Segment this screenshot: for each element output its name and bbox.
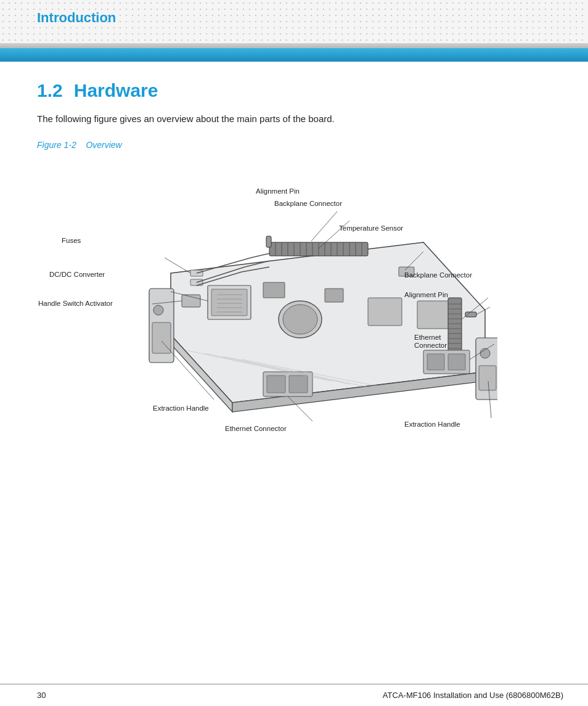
- section-heading: Hardware: [74, 80, 158, 101]
- svg-rect-8: [479, 366, 496, 390]
- diagram-container: .board-line { stroke: #333; stroke-width…: [37, 162, 551, 507]
- svg-rect-56: [427, 354, 444, 370]
- section-title-row: 1.2 Hardware: [37, 80, 551, 101]
- page-title: Introduction: [37, 10, 116, 25]
- svg-rect-35: [263, 282, 285, 298]
- figure-caption: Figure 1-2 Overview: [37, 140, 551, 150]
- figure-label: Figure 1-2: [37, 140, 76, 150]
- svg-point-4: [153, 305, 163, 315]
- footer: 30 ATCA-MF106 Installation and Use (6806…: [0, 684, 588, 706]
- svg-line-67: [165, 258, 190, 273]
- svg-rect-36: [325, 289, 343, 302]
- svg-rect-51: [465, 312, 476, 317]
- label-temperature-sensor: Temperature Sensor: [339, 224, 403, 233]
- svg-line-65: [311, 211, 337, 241]
- svg-point-34: [283, 305, 317, 334]
- svg-rect-5: [152, 322, 171, 353]
- label-ethernet-connector-bottom: Ethernet Connector: [225, 424, 287, 433]
- label-handle-switch-activator: Handle Switch Activator: [38, 299, 113, 308]
- label-backplane-connector-top: Backplane Connector: [274, 199, 342, 208]
- svg-rect-40: [448, 298, 462, 353]
- content-area: 1.2 Hardware The following figure gives …: [0, 62, 588, 544]
- label-dc-dc-converter: DC/DC Converter: [49, 270, 105, 279]
- svg-rect-27: [211, 289, 247, 316]
- header-title-bar: Introduction: [0, 5, 588, 31]
- label-ethernet-connector-right: Ethernet Connector: [414, 334, 447, 351]
- label-extraction-handle-left: Extraction Handle: [153, 404, 209, 413]
- svg-rect-57: [448, 354, 465, 370]
- section-number: 1.2: [37, 80, 63, 101]
- svg-rect-25: [266, 236, 271, 247]
- figure-title: Overview: [86, 140, 121, 150]
- footer-page-number: 30: [37, 691, 46, 700]
- gray-stripe: [0, 43, 588, 48]
- label-fuses: Fuses: [62, 236, 81, 245]
- svg-rect-54: [289, 376, 308, 393]
- label-backplane-connector-right: Backplane Connector: [404, 271, 472, 280]
- svg-rect-53: [267, 376, 285, 393]
- header: Introduction: [0, 0, 588, 62]
- label-alignment-pin-right: Alignment Pin: [404, 290, 448, 300]
- label-alignment-pin-top: Alignment Pin: [256, 187, 300, 196]
- intro-text: The following figure gives an overview a…: [37, 112, 551, 126]
- svg-rect-38: [417, 301, 451, 329]
- svg-rect-37: [368, 298, 402, 326]
- footer-doc-title: ATCA-MF106 Installation and Use (6806800…: [383, 691, 563, 700]
- blue-stripe: [0, 48, 588, 62]
- label-extraction-handle-right: Extraction Handle: [404, 420, 460, 429]
